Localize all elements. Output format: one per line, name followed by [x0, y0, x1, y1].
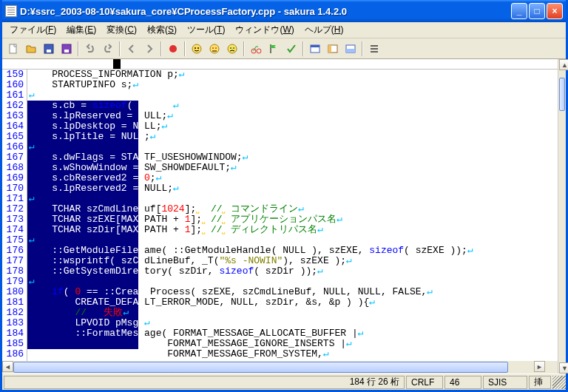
code-line[interactable]: ↵: [27, 90, 558, 101]
menu-edit[interactable]: 編集(E): [62, 22, 101, 38]
scrollbar-v-thumb[interactable]: [559, 78, 565, 111]
code-line[interactable]: TCHAR szCmdLineBuf[1024];˽ //˽ コマンドライン↵: [27, 204, 558, 214]
menu-help[interactable]: ヘルプ(H): [300, 22, 348, 38]
code-line[interactable]: ↵: [27, 235, 558, 246]
face1-icon[interactable]: [189, 41, 205, 57]
svg-point-11: [215, 47, 217, 49]
save-all-icon[interactable]: [58, 41, 75, 57]
code-line[interactable]: LPVOID pMsg;↵: [27, 318, 558, 328]
face2-icon[interactable]: [206, 41, 223, 57]
scrollbar-h-thumb[interactable]: [13, 362, 508, 373]
scroll-right-icon[interactable]: ►: [534, 361, 545, 372]
code-line[interactable]: // 失敗↵: [27, 308, 558, 318]
panel3-icon[interactable]: [342, 41, 359, 57]
ruler: |····|····1····|····2····|····3····|····…: [2, 59, 558, 70]
code-line[interactable]: STARTUPINFO s;↵: [27, 80, 558, 90]
code-line[interactable]: s.cb = sizeof( s );↵: [27, 101, 558, 111]
code-line[interactable]: s.wShowWindow = SW_SHOWDEFAULT;↵: [27, 163, 558, 173]
svg-point-7: [195, 47, 196, 49]
flag-icon[interactable]: [266, 41, 282, 57]
svg-point-6: [192, 44, 201, 53]
svg-rect-20: [328, 45, 331, 53]
menubar: ファイル(F) 編集(E) 変換(C) 検索(S) ツール(T) ウィンドウ(W…: [2, 22, 566, 38]
svg-rect-2: [47, 50, 51, 53]
code-line[interactable]: if( 0 == ::CreateProcess( szEXE, szCmdLi…: [27, 287, 558, 297]
titlebar[interactable]: D:¥ssrc_2003-08-10¥sakura_core¥CProcessF…: [2, 0, 566, 22]
svg-rect-14: [233, 47, 234, 49]
code-line[interactable]: ↵: [27, 194, 558, 204]
resize-grip-icon[interactable]: [552, 376, 566, 389]
code-editor[interactable]: PROCESS_INFORMATION p;↵ STARTUPINFO s;↵↵…: [27, 70, 558, 361]
svg-point-8: [197, 47, 199, 49]
status-position: 184 行 26 桁: [4, 376, 405, 389]
scrollbar-corner: [545, 361, 558, 374]
record-icon[interactable]: [165, 41, 181, 57]
check-icon[interactable]: [283, 41, 300, 57]
scroll-up-icon[interactable]: ▲: [559, 59, 568, 70]
status-lineending: CRLF: [406, 376, 443, 389]
list-icon[interactable]: [366, 41, 382, 57]
face3-icon[interactable]: [224, 41, 240, 57]
svg-point-5: [169, 45, 177, 53]
panel2-icon[interactable]: [325, 41, 341, 57]
menu-tools[interactable]: ツール(T): [183, 22, 229, 38]
code-line[interactable]: ::GetModuleFileName( ::GetModuleHandle( …: [27, 246, 558, 256]
code-line[interactable]: ::GetSystemDirectory( szDir, sizeof( szD…: [27, 266, 558, 277]
forward-icon[interactable]: [141, 41, 158, 57]
svg-rect-4: [64, 50, 69, 53]
line-number-gutter: 1591601611621631641651661671681691701711…: [2, 70, 27, 361]
code-line[interactable]: s.lpTitle = NULL;↵: [27, 132, 558, 142]
svg-point-12: [228, 44, 237, 53]
status-insertmode: 挿: [529, 376, 551, 389]
menu-file[interactable]: ファイル(F): [5, 22, 61, 38]
status-column: 46: [444, 376, 481, 389]
svg-rect-22: [346, 49, 355, 53]
code-line[interactable]: s.lpReserved = NULL;↵: [27, 111, 558, 121]
toolbar: [2, 38, 566, 59]
window-title: D:¥ssrc_2003-08-10¥sakura_core¥CProcessF…: [20, 6, 511, 17]
menu-search[interactable]: 検索(S): [143, 22, 181, 38]
minimize-button[interactable]: _: [511, 3, 527, 19]
code-line[interactable]: ::wsprintf( szCmdLineBuf, _T("%s -NOWIN"…: [27, 256, 558, 266]
redo-icon[interactable]: [100, 41, 116, 57]
menu-window[interactable]: ウィンドウ(W): [231, 22, 298, 38]
scrollbar-vertical[interactable]: ▲ ▼: [558, 59, 566, 374]
code-line[interactable]: FORMAT_MESSAGE_IGNORE_INSERTS |↵: [27, 339, 558, 349]
code-line[interactable]: ↵: [27, 142, 558, 152]
code-line[interactable]: TCHAR szDir[MAX_PATH + 1];˽ //˽ ディレクトリパス…: [27, 225, 558, 235]
svg-rect-18: [311, 45, 320, 47]
panel1-icon[interactable]: [307, 41, 323, 57]
back-icon[interactable]: [124, 41, 140, 57]
open-file-icon[interactable]: [23, 41, 39, 57]
new-file-icon[interactable]: [5, 41, 21, 57]
svg-rect-0: [10, 44, 16, 53]
code-line[interactable]: ::FormatMessage( FORMAT_MESSAGE_ALLOCATE…: [27, 328, 558, 339]
scroll-down-icon[interactable]: ▼: [559, 362, 568, 374]
maximize-button[interactable]: □: [529, 3, 545, 19]
ruler-caret-marker: [113, 59, 121, 70]
svg-point-9: [210, 44, 219, 53]
code-line[interactable]: s.cbReserved2 = 0;↵: [27, 173, 558, 183]
svg-rect-13: [230, 47, 231, 49]
code-line[interactable]: s.dwFlags = STARTF_USESHOWWINDOW;↵: [27, 152, 558, 163]
code-line[interactable]: ↵: [27, 277, 558, 287]
undo-icon[interactable]: [82, 41, 98, 57]
statusbar: 184 行 26 桁 CRLF 46 SJIS 挿: [2, 374, 566, 390]
menu-convert[interactable]: 変換(C): [102, 22, 141, 38]
scrollbar-horizontal[interactable]: ◄ ►: [2, 361, 558, 374]
save-icon[interactable]: [41, 41, 57, 57]
bike-icon[interactable]: [248, 41, 264, 57]
svg-point-10: [212, 47, 214, 49]
app-icon: [5, 5, 17, 17]
scroll-left-icon[interactable]: ◄: [2, 361, 13, 372]
code-line[interactable]: FORMAT_MESSAGE_FROM_SYSTEM,↵: [27, 349, 558, 359]
code-line[interactable]: PROCESS_INFORMATION p;↵: [27, 70, 558, 80]
code-line[interactable]: s.lpDesktop = NULL;↵: [27, 121, 558, 132]
svg-point-16: [257, 49, 261, 53]
close-button[interactable]: ×: [547, 3, 563, 19]
status-encoding: SJIS: [483, 376, 527, 389]
code-line[interactable]: s.lpReserved2 = NULL;↵: [27, 183, 558, 194]
code-line[interactable]: TCHAR szEXE[MAX_PATH + 1];˽ //˽ アプリケーション…: [27, 214, 558, 225]
code-line[interactable]: CREATE_DEFAULT_ERROR_MODE, NULL, szDir, …: [27, 297, 558, 308]
